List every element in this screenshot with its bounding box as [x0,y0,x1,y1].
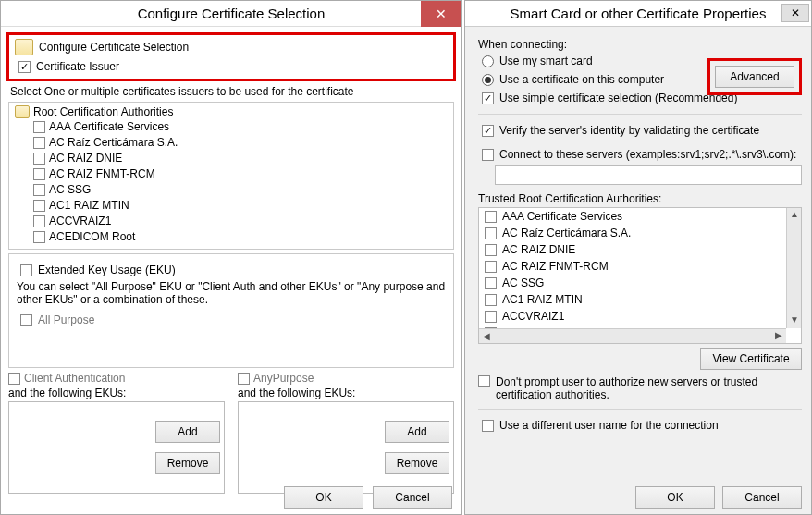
tree-item[interactable]: AC SSG [9,182,453,198]
auth-label: AC Raíz Certicámara S.A. [502,225,631,241]
auth-checkbox[interactable] [485,277,497,289]
list-item[interactable]: ACCVRAIZ1 [479,308,786,325]
client-auth-checkbox[interactable] [8,373,20,385]
client-add-button[interactable]: Add [155,421,220,443]
use-smartcard-label: Use my smart card [499,53,593,69]
list-item[interactable]: AC1 RAIZ MTIN [479,291,786,308]
scroll-right-icon[interactable]: ▶ [771,329,786,344]
horizontal-scrollbar[interactable]: ◀ ▶ [479,328,786,343]
list-item[interactable]: AC Raíz Certicámara S.A. [479,225,786,241]
eku-col-client: Client Authentication and the following … [8,372,225,494]
dialog-title: Configure Certificate Selection [138,6,326,21]
verify-identity-checkbox[interactable] [482,125,494,137]
eku-label: Extended Key Usage (EKU) [38,262,176,278]
issuer-checkbox[interactable] [33,200,45,212]
auth-label: AC RAIZ DNIE [502,241,575,258]
issuer-checkbox[interactable] [33,168,45,180]
dont-prompt-checkbox[interactable] [478,375,490,387]
ok-button[interactable]: OK [284,486,363,509]
connect-servers-input[interactable] [495,165,802,185]
issuer-tree[interactable]: Root Certification Authorities AAA Certi… [8,102,454,250]
advanced-highlight: Advanced [707,58,802,95]
auth-label: AAA Certificate Services [502,208,622,225]
connect-servers-checkbox[interactable] [482,149,494,161]
advanced-button[interactable]: Advanced [715,66,794,88]
list-item[interactable]: AC SSG [479,275,786,291]
titlebar: Configure Certificate Selection ✕ [1,1,461,27]
any-purpose-checkbox[interactable] [238,373,250,385]
certificate-icon [15,105,30,118]
auth-checkbox[interactable] [485,261,497,273]
close-button[interactable]: ✕ [781,4,809,22]
auth-checkbox[interactable] [485,294,497,306]
issuer-label: AC RAIZ DNIE [49,151,122,166]
view-certificate-button[interactable]: View Certificate [700,348,802,370]
issuer-checkbox[interactable] [33,215,45,227]
trusted-root-list[interactable]: AAA Certificate Services AC Raíz Certicá… [478,207,802,344]
issuer-checkbox[interactable] [33,231,45,243]
tree-item[interactable]: AC RAIZ DNIE [9,151,453,166]
any-purpose-label: AnyPurpose [253,372,314,385]
close-button[interactable]: ✕ [421,1,461,27]
left-footer: OK Cancel [284,486,452,509]
list-item[interactable]: AAA Certificate Services [479,208,786,225]
vertical-scrollbar[interactable]: ▲ ▼ [786,208,801,328]
eku-group: Extended Key Usage (EKU) You can select … [8,253,454,368]
issuer-checkbox[interactable] [33,137,45,149]
certificate-icon [15,39,33,55]
tree-item[interactable]: AC Raíz Certicámara S.A. [9,135,453,151]
tree-item[interactable]: AAA Certificate Services [9,119,453,135]
tree-root[interactable]: Root Certification Authorities [9,104,453,119]
client-eku-list[interactable] [9,402,152,493]
issuer-checkbox[interactable] [33,121,45,133]
divider [478,409,802,410]
issuer-label: AC RAIZ FNMT-RCM [49,166,155,182]
tree-item[interactable]: ACCVRAIZ1 [9,214,453,229]
tree-item[interactable]: ACEDICOM Root [9,229,453,245]
scroll-down-icon[interactable]: ▼ [787,313,802,328]
different-user-checkbox[interactable] [482,420,494,432]
issuer-checkbox[interactable] [33,153,45,165]
use-smartcard-radio[interactable] [482,55,494,67]
header-highlight: Configure Certificate Selection Certific… [6,32,456,81]
scroll-up-icon[interactable]: ▲ [787,208,802,223]
different-user-label: Use a different user name for the connec… [499,417,719,434]
eku-col-any: AnyPurpose and the following EKUs: Add R… [238,372,454,494]
client-eku-box: Add Remove [8,401,225,494]
ok-button[interactable]: OK [635,486,715,509]
connect-servers-label: Connect to these servers (examples:srv1;… [499,146,796,163]
use-certificate-radio[interactable] [482,74,494,86]
client-auth-label: Client Authentication [24,372,125,385]
issuer-label: ACCVRAIZ1 [49,214,111,229]
auth-checkbox[interactable] [485,244,497,256]
any-eku-box: Add Remove [238,401,454,494]
any-add-button[interactable]: Add [385,421,449,443]
list-item[interactable]: AC RAIZ DNIE [479,241,786,258]
auth-checkbox[interactable] [485,311,497,323]
certificate-issuer-checkbox[interactable] [18,61,31,73]
cancel-button[interactable]: Cancel [373,486,452,509]
auth-label: AC SSG [502,275,544,291]
tree-item[interactable]: AC1 RAIZ MTIN [9,198,453,214]
following-ekus-label: and the following EKUs: [238,386,454,399]
auth-checkbox[interactable] [485,227,497,239]
issuer-label: AC1 RAIZ MTIN [49,198,129,214]
auth-checkbox[interactable] [485,211,497,223]
eku-checkbox[interactable] [20,264,32,276]
cancel-button[interactable]: Cancel [722,486,802,509]
any-eku-list[interactable] [239,402,381,493]
all-purpose-checkbox[interactable] [20,314,32,326]
right-footer: OK Cancel [635,486,802,509]
simple-selection-checkbox[interactable] [482,92,494,104]
any-remove-button[interactable]: Remove [385,452,449,474]
auth-label: ACCVRAIZ1 [502,308,564,325]
list-item[interactable]: AC RAIZ FNMT-RCM [479,258,786,275]
auth-label: AC RAIZ FNMT-RCM [502,258,609,275]
scroll-left-icon[interactable]: ◀ [479,330,494,344]
tree-item[interactable]: AC RAIZ FNMT-RCM [9,166,453,182]
issuer-checkbox[interactable] [33,184,45,196]
use-certificate-label: Use a certificate on this computer [499,71,664,88]
simple-selection-label: Use simple certificate selection (Recomm… [499,90,737,106]
instruction-text: Select One or multiple certificates issu… [10,85,452,98]
client-remove-button[interactable]: Remove [155,452,220,474]
